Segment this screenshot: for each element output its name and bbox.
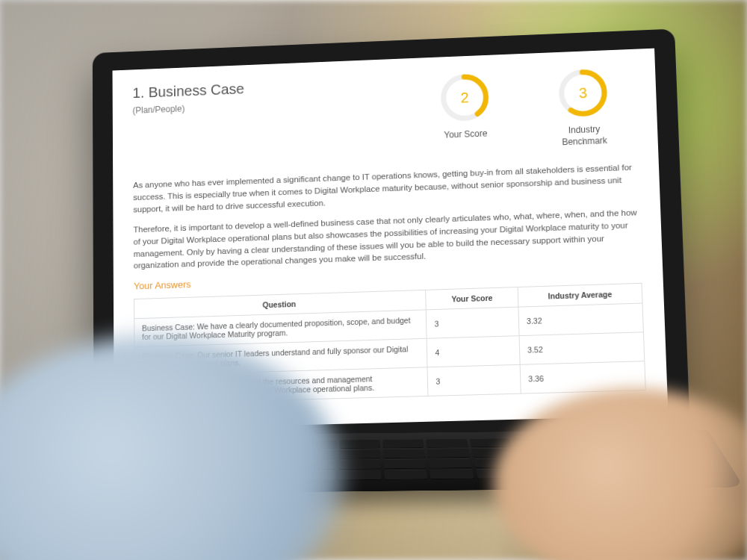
col-your-score: Your Score: [426, 287, 518, 309]
paragraph: As anyone who has ever implemented a sig…: [133, 161, 639, 215]
gauge-ring-your-score: 2: [438, 71, 492, 125]
section-body: As anyone who has ever implemented a sig…: [133, 161, 641, 272]
cell-industry-avg: 3.52: [519, 332, 645, 365]
gauge-your-score: 2 Your Score: [413, 69, 518, 142]
cell-your-score: 4: [427, 336, 521, 367]
section-header: 1. Business Case (Plan/People) 2 Your Sc…: [132, 65, 636, 164]
gauge-value-benchmark: 3: [556, 66, 611, 119]
cell-industry-avg: 3.32: [518, 303, 643, 336]
cell-your-score: 3: [427, 364, 521, 396]
gauge-label-benchmark: IndustryBenchmark: [532, 122, 637, 149]
gauge-benchmark: 3 IndustryBenchmark: [530, 65, 637, 149]
gauge-value-your-score: 2: [438, 71, 492, 125]
paragraph: Therefore, it is important to develop a …: [133, 207, 641, 273]
gauge-ring-benchmark: 3: [556, 66, 611, 119]
gauge-label-your-score: Your Score: [414, 127, 518, 142]
cell-your-score: 3: [427, 307, 519, 338]
